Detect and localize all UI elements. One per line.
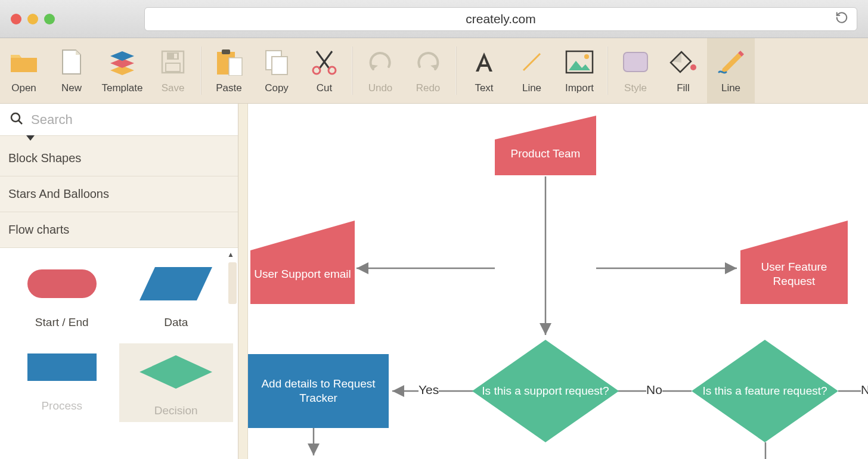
save-icon: [159, 48, 187, 76]
paste-icon: [215, 48, 243, 76]
toolbar-label: Fill: [677, 82, 690, 94]
node-label: Is this a support request?: [478, 384, 612, 398]
edge-label-no-right: N: [861, 383, 868, 397]
shape-label: Decision: [154, 404, 198, 417]
svg-rect-6: [229, 58, 242, 76]
node-product-team[interactable]: Product Team: [495, 116, 596, 175]
paste-button[interactable]: Paste: [205, 38, 253, 103]
image-icon: [565, 48, 594, 76]
node-user-feature-request[interactable]: User Feature Request: [740, 221, 848, 304]
toolbar-label: New: [61, 82, 82, 94]
toolbar-label: Paste: [216, 82, 241, 94]
shape-sidebar: Block Shapes Stars And Balloons Flow cha…: [0, 104, 238, 459]
svg-line-11: [523, 54, 540, 70]
redo-button[interactable]: Redo: [404, 38, 452, 103]
node-add-details[interactable]: Add details to Request Tracker: [248, 354, 389, 428]
shape-data[interactable]: Data: [119, 260, 234, 329]
open-button[interactable]: Open: [0, 38, 48, 103]
toolbar-separator: [200, 46, 202, 95]
shape-process[interactable]: Process: [5, 343, 119, 422]
rectangle-shape-icon: [20, 343, 104, 391]
node-label: User Support email: [250, 267, 355, 281]
search-input[interactable]: [31, 112, 228, 128]
category-flow-charts[interactable]: Flow charts: [0, 212, 238, 248]
new-button[interactable]: New: [48, 38, 95, 103]
text-tool-button[interactable]: Text: [460, 38, 508, 103]
undo-button[interactable]: Undo: [356, 38, 404, 103]
redo-icon: [414, 48, 442, 76]
search-icon: [10, 111, 24, 128]
copy-button[interactable]: Copy: [253, 38, 300, 103]
diagram-canvas[interactable]: Product Team User Support email User Fea…: [238, 104, 868, 459]
scissors-icon: [310, 48, 339, 76]
svg-point-9: [313, 67, 320, 74]
node-user-support-email[interactable]: User Support email: [250, 221, 355, 304]
toolbar-label: Style: [624, 82, 647, 94]
node-is-feature-request[interactable]: Is this a feature request?: [692, 340, 838, 442]
toolbar-label: Copy: [265, 82, 289, 94]
svg-rect-3: [166, 63, 180, 72]
svg-point-16: [11, 113, 20, 122]
shape-start-end[interactable]: Start / End: [5, 260, 119, 329]
shape-decision[interactable]: Decision: [119, 343, 234, 422]
import-button[interactable]: Import: [556, 38, 603, 103]
line-style-button[interactable]: Line: [707, 38, 755, 103]
style-button[interactable]: Style: [612, 38, 659, 103]
text-a-icon: [470, 48, 498, 76]
close-window-button[interactable]: [11, 14, 21, 24]
toolbar-label: Text: [475, 82, 493, 94]
template-button[interactable]: Template: [95, 38, 149, 103]
paint-bucket-icon: [669, 48, 698, 76]
shapes-panel: ▲ Start / End Data: [0, 248, 238, 459]
svg-rect-5: [222, 49, 230, 54]
svg-rect-18: [27, 269, 97, 298]
svg-rect-20: [27, 353, 97, 381]
layers-icon: [108, 48, 137, 76]
line-icon: [517, 48, 546, 76]
search-row: [0, 104, 238, 136]
svg-marker-30: [495, 116, 596, 175]
chevron-down-icon: [26, 135, 35, 141]
toolbar-label: Redo: [416, 82, 441, 94]
save-button[interactable]: Save: [149, 38, 197, 103]
svg-line-17: [18, 120, 22, 124]
window-controls: [11, 14, 55, 24]
node-label: Is this a feature request?: [699, 384, 830, 398]
line-tool-button[interactable]: Line: [508, 38, 556, 103]
category-stars-balloons[interactable]: Stars And Balloons: [0, 176, 238, 212]
parallelogram-shape-icon: [134, 260, 218, 308]
node-label: Product Team: [507, 147, 584, 161]
toolbar-label: Import: [565, 82, 594, 94]
toolbar-label: Cut: [317, 82, 332, 94]
shape-label: Start / End: [35, 316, 89, 329]
edge-label-no: No: [646, 383, 662, 397]
refresh-icon[interactable]: [835, 11, 848, 27]
scroll-up-arrow-icon[interactable]: ▲: [227, 250, 234, 259]
category-block-shapes[interactable]: Block Shapes: [0, 141, 238, 176]
url-bar[interactable]: creately.com: [144, 7, 857, 31]
url-text: creately.com: [466, 12, 535, 26]
toolbar-separator: [607, 46, 608, 95]
cut-button[interactable]: Cut: [300, 38, 348, 103]
minimize-window-button[interactable]: [27, 14, 38, 24]
fill-button[interactable]: Fill: [659, 38, 707, 103]
toolbar-label: Open: [11, 82, 36, 94]
scrollbar-thumb[interactable]: [228, 262, 237, 304]
svg-marker-21: [140, 355, 212, 389]
copy-icon: [262, 48, 291, 76]
pencil-icon: [717, 48, 745, 76]
edge-label-yes: Yes: [418, 383, 439, 397]
svg-rect-8: [272, 57, 287, 75]
node-label: User Feature Request: [740, 260, 848, 289]
toolbar-label: Line: [721, 82, 740, 94]
svg-marker-19: [140, 267, 212, 300]
svg-point-13: [584, 54, 589, 59]
node-is-support-request[interactable]: Is this a support request?: [472, 340, 619, 442]
diamond-shape-icon: [134, 348, 218, 396]
toolbar-label: Save: [162, 82, 185, 94]
zoom-window-button[interactable]: [44, 14, 55, 24]
undo-icon: [366, 48, 395, 76]
toolbar-separator: [455, 46, 457, 95]
folder-icon: [10, 48, 38, 76]
main-toolbar: Open New Template Save Paste Copy: [0, 38, 868, 104]
